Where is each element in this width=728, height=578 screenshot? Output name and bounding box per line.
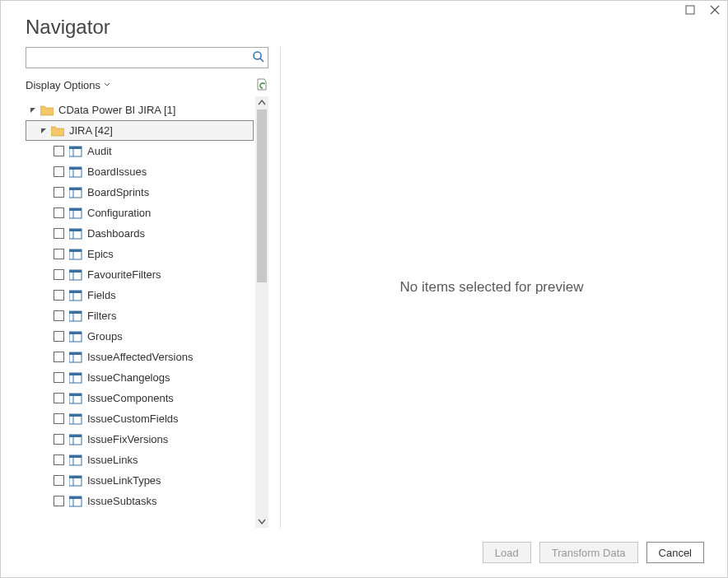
navigator-tree-pane: Display Options [26,47,281,528]
folder-icon [40,105,54,116]
tree-node-table[interactable]: IssueComponents [26,388,254,408]
table-icon [69,434,82,445]
table-checkbox[interactable] [54,146,64,156]
table-checkbox[interactable] [54,352,64,362]
search-input[interactable] [26,47,268,68]
table-label: Configuration [87,207,151,219]
svg-rect-30 [69,332,82,334]
tree-node-table[interactable]: IssueChangelogs [26,367,254,388]
tree-node-table[interactable]: IssueLinks [26,450,254,470]
caret-down-icon[interactable] [40,127,48,135]
table-label: Epics [87,248,114,260]
tree-node-schema[interactable]: JIRA [42] [26,120,254,141]
refresh-icon[interactable] [255,78,268,91]
close-icon[interactable] [707,2,722,17]
table-icon [69,393,82,404]
folder-icon [51,125,64,137]
table-icon [69,352,82,363]
table-checkbox[interactable] [54,454,64,465]
table-label: IssueCustomFields [87,413,179,425]
tree-node-table[interactable]: Groups [26,326,254,347]
svg-rect-42 [69,414,82,417]
table-checkbox[interactable] [54,475,64,486]
search-icon[interactable] [252,50,265,63]
table-label: IssueSubtasks [87,495,157,507]
tree-node-table[interactable]: Fields [26,285,254,305]
table-checkbox[interactable] [54,290,64,301]
table-icon [69,249,82,260]
svg-rect-18 [69,249,82,252]
svg-rect-24 [69,291,82,293]
svg-rect-54 [69,496,82,499]
table-label: Groups [87,330,123,343]
tree-node-table[interactable]: Audit [26,141,254,161]
tree-node-datasource[interactable]: CData Power BI JIRA [1] [26,100,254,120]
table-label: IssueComponents [87,392,174,404]
datasource-label: CData Power BI JIRA [1] [58,104,175,116]
tree-scrollbar[interactable] [255,96,268,528]
tree-node-table[interactable]: IssueFixVersions [26,429,254,450]
tree-node-table[interactable]: BoardSprints [26,182,254,203]
schema-label: JIRA [42] [69,124,113,137]
preview-message: No items selected for preview [400,279,584,296]
table-checkbox[interactable] [54,228,64,239]
table-checkbox[interactable] [54,187,64,198]
scroll-thumb[interactable] [257,110,267,282]
svg-rect-21 [69,270,82,273]
svg-rect-51 [69,476,82,478]
svg-point-1 [254,52,261,59]
table-checkbox[interactable] [54,310,64,321]
tree-node-table[interactable]: FavouriteFilters [26,264,254,285]
cancel-button[interactable]: Cancel [646,542,704,563]
dialog-footer: Load Transform Data Cancel [1,528,727,577]
scroll-up-icon[interactable] [255,96,268,110]
table-checkbox[interactable] [54,496,64,506]
display-options-dropdown[interactable]: Display Options [26,79,110,91]
table-icon [69,496,82,507]
table-icon [69,372,82,384]
table-checkbox[interactable] [54,372,64,383]
table-checkbox[interactable] [54,269,64,280]
table-label: IssueFixVersions [87,433,168,445]
tree-node-table[interactable]: IssueSubtasks [26,491,254,511]
tree-node-table[interactable]: Epics [26,244,254,264]
svg-rect-36 [69,373,82,375]
table-label: BoardIssues [87,165,147,178]
scroll-down-icon[interactable] [255,515,268,528]
svg-rect-12 [69,208,82,211]
table-checkbox[interactable] [54,207,64,218]
tree-node-table[interactable]: IssueAffectedVersions [26,347,254,367]
table-checkbox[interactable] [54,166,64,177]
navigator-dialog: Navigator Display Options [0,0,728,578]
table-icon [69,475,82,487]
tree-node-table[interactable]: IssueLinkTypes [26,470,254,491]
table-checkbox[interactable] [54,331,64,342]
tree-node-table[interactable]: Configuration [26,203,254,223]
table-label: Filters [87,310,116,322]
table-checkbox[interactable] [54,434,64,445]
tree-node-table[interactable]: Filters [26,305,254,326]
table-checkbox[interactable] [54,393,64,403]
caret-down-icon[interactable] [29,106,37,114]
display-options-label: Display Options [26,79,100,91]
svg-rect-27 [69,311,82,314]
tree-node-table[interactable]: BoardIssues [26,161,254,182]
table-icon [69,413,82,425]
table-icon [69,331,82,343]
tree-node-table[interactable]: IssueCustomFields [26,408,254,429]
table-checkbox[interactable] [54,413,64,424]
table-icon [69,166,82,178]
table-label: IssueAffectedVersions [87,351,193,363]
svg-rect-0 [686,6,694,14]
svg-rect-48 [69,455,82,458]
transform-data-button[interactable]: Transform Data [539,542,638,563]
svg-rect-33 [69,352,82,355]
table-label: Audit [87,145,112,157]
svg-rect-45 [69,435,82,437]
table-label: Dashboards [87,227,145,240]
table-checkbox[interactable] [54,249,64,259]
load-button[interactable]: Load [483,542,531,563]
maximize-icon[interactable] [683,2,698,17]
tree-node-table[interactable]: Dashboards [26,223,254,244]
table-label: IssueLinks [87,454,138,466]
